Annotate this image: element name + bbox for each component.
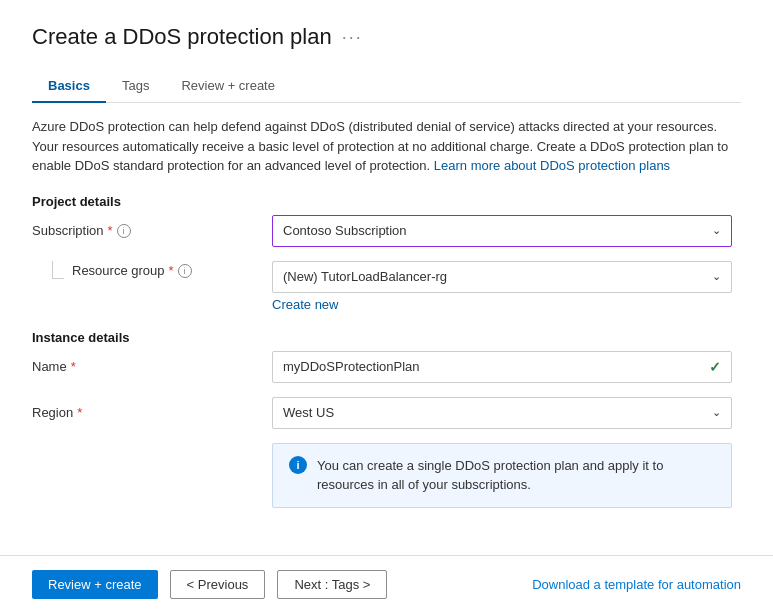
learn-more-link[interactable]: Learn more about DDoS protection plans <box>434 158 670 173</box>
description-text: Azure DDoS protection can help defend ag… <box>32 117 741 176</box>
name-select[interactable]: myDDoSProtectionPlan ✓ <box>272 351 732 383</box>
footer-bar: Review + create < Previous Next : Tags >… <box>0 555 773 613</box>
review-create-button[interactable]: Review + create <box>32 570 158 599</box>
page-title: Create a DDoS protection plan <box>32 24 332 50</box>
tab-review-create[interactable]: Review + create <box>165 70 291 103</box>
name-required: * <box>71 359 76 374</box>
subscription-required: * <box>108 223 113 238</box>
region-required: * <box>77 405 82 420</box>
resource-group-label-area: Resource group * i <box>32 261 272 281</box>
instance-details-title: Instance details <box>32 330 741 345</box>
download-template-button[interactable]: Download a template for automation <box>532 577 741 592</box>
subscription-select[interactable]: Contoso Subscription ⌄ <box>272 215 732 247</box>
create-new-link[interactable]: Create new <box>272 297 741 312</box>
subscription-chevron-icon: ⌄ <box>712 224 721 237</box>
rg-required: * <box>169 263 174 278</box>
region-select[interactable]: West US ⌄ <box>272 397 732 429</box>
region-chevron-icon: ⌄ <box>712 406 721 419</box>
name-row: Name * myDDoSProtectionPlan ✓ <box>32 351 741 383</box>
name-control: myDDoSProtectionPlan ✓ <box>272 351 732 383</box>
tab-basics[interactable]: Basics <box>32 70 106 103</box>
tab-tags[interactable]: Tags <box>106 70 165 103</box>
info-box: i You can create a single DDoS protectio… <box>272 443 732 508</box>
rg-chevron-icon: ⌄ <box>712 270 721 283</box>
subscription-row: Subscription * i Contoso Subscription ⌄ <box>32 215 741 247</box>
tree-line-icon <box>52 261 64 279</box>
resource-group-select[interactable]: (New) TutorLoadBalancer-rg ⌄ <box>272 261 732 293</box>
name-valid-icon: ✓ <box>709 359 721 375</box>
previous-button[interactable]: < Previous <box>170 570 266 599</box>
region-control: West US ⌄ <box>272 397 732 429</box>
rg-info-icon[interactable]: i <box>178 264 192 278</box>
tabs-bar: Basics Tags Review + create <box>32 70 741 103</box>
region-label: Region * <box>32 405 272 420</box>
subscription-info-icon[interactable]: i <box>117 224 131 238</box>
info-circle-icon: i <box>289 456 307 474</box>
rg-control: (New) TutorLoadBalancer-rg ⌄ <box>272 261 732 293</box>
resource-group-row: Resource group * i (New) TutorLoadBalanc… <box>32 261 741 293</box>
subscription-label: Subscription * i <box>32 223 272 238</box>
next-button[interactable]: Next : Tags > <box>277 570 387 599</box>
name-label: Name * <box>32 359 272 374</box>
project-details-title: Project details <box>32 194 741 209</box>
ellipsis-menu-icon[interactable]: ··· <box>342 27 363 48</box>
region-row: Region * West US ⌄ <box>32 397 741 429</box>
info-box-text: You can create a single DDoS protection … <box>317 456 715 495</box>
subscription-control: Contoso Subscription ⌄ <box>272 215 732 247</box>
